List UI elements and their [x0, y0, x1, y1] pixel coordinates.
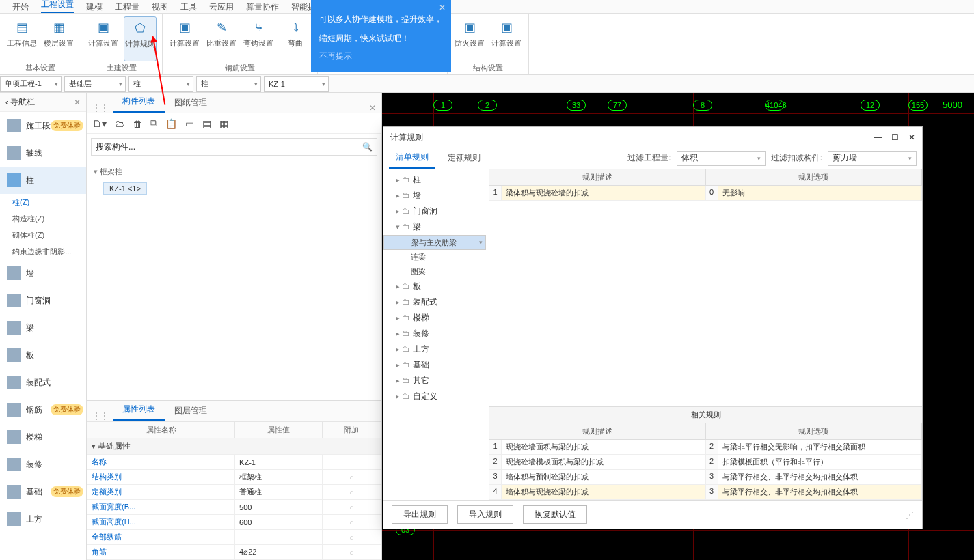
nav-slab[interactable]: 板: [0, 341, 86, 369]
tree-lianliang[interactable]: 连梁: [383, 250, 489, 264]
export-button[interactable]: 导出规则: [392, 505, 448, 524]
drag-icon2[interactable]: ⋮⋮: [92, 411, 109, 421]
related-rule-row[interactable]: 4墙体积与现浇砼梁的扣减3与梁平行相交、非平行相交均扣相交体积: [489, 485, 922, 500]
tree-finish[interactable]: 🗀装修: [383, 326, 489, 341]
tree-quanliang[interactable]: 圈梁: [383, 264, 489, 279]
nav-finish[interactable]: 装修: [0, 451, 86, 478]
nav-axis[interactable]: 轴线: [0, 139, 86, 167]
tab-props[interactable]: 属性列表: [113, 400, 165, 421]
btn-bend[interactable]: ⤵弯曲: [279, 16, 312, 61]
btn-project-info[interactable]: ▤工程信息: [5, 16, 38, 61]
tree-beam[interactable]: 🗀梁: [383, 219, 489, 235]
tab-project-settings[interactable]: 工程设置: [41, 0, 74, 13]
nav-arrow-icon[interactable]: ‹: [5, 98, 8, 107]
notify-dismiss[interactable]: 不再提示: [319, 51, 352, 61]
copy-icon[interactable]: ⧉: [150, 117, 157, 129]
tree-beam-main[interactable]: 梁与主次肋梁: [383, 235, 486, 250]
tree-slab[interactable]: 🗀板: [383, 279, 489, 294]
tree-earth[interactable]: 🗀土方: [383, 341, 489, 357]
tab-view[interactable]: 视图: [152, 1, 168, 13]
related-rule-row[interactable]: 2现浇砼墙模板面积与梁的扣减2扣梁模板面积（平行和非平行）: [489, 455, 922, 470]
drag-icon[interactable]: ⋮⋮: [92, 103, 109, 113]
list-icon[interactable]: ▤: [202, 118, 211, 129]
tab-list-rules[interactable]: 清单规则: [389, 148, 435, 169]
search-input[interactable]: 搜索构件...🔍: [91, 138, 377, 156]
close-icon[interactable]: ✕: [908, 132, 915, 142]
minimize-icon[interactable]: —: [874, 132, 882, 142]
filter2-label: 过滤扣减构件:: [771, 152, 822, 164]
grid-icon[interactable]: ▦: [219, 118, 228, 129]
tree-precast[interactable]: 🗀装配式: [383, 294, 489, 310]
btn-fire[interactable]: ▣防火设置: [453, 16, 486, 61]
tab-quota-rules[interactable]: 定额规则: [441, 148, 487, 168]
sub-yueshu[interactable]: 约束边缘非阴影...: [0, 243, 86, 260]
nav-construction[interactable]: 施工段免费体验: [0, 112, 86, 139]
tab-tools[interactable]: 工具: [180, 1, 197, 13]
tree-wall[interactable]: 🗀墙: [383, 188, 489, 204]
btn-floor-settings[interactable]: ▦楼层设置: [42, 16, 75, 61]
tree-stair[interactable]: 🗀楼梯: [383, 310, 489, 326]
filter1-select[interactable]: 体积: [677, 151, 766, 166]
nav-beam[interactable]: 梁: [0, 314, 86, 341]
tab-component-list[interactable]: 构件列表: [113, 92, 165, 113]
related-rule-row[interactable]: 1现浇砼墙面积与梁的扣减2与梁非平行相交无影响，扣平行相交梁面积: [489, 440, 922, 455]
tab-start[interactable]: 开始: [12, 1, 29, 13]
nav-door[interactable]: 门窗洞: [0, 287, 86, 314]
btn-calc2[interactable]: ▣计算设置: [490, 16, 523, 61]
nav-close-icon[interactable]: ✕: [74, 98, 81, 107]
tree-foundation[interactable]: 🗀基础: [383, 357, 489, 373]
sub-column-z[interactable]: 柱(Z): [0, 194, 86, 210]
tree-item-kz1[interactable]: KZ-1 <1>: [103, 182, 147, 195]
tree-root[interactable]: 框架柱: [94, 164, 375, 180]
nav-stair[interactable]: 楼梯: [0, 423, 86, 451]
sub-gouzao[interactable]: 构造柱(Z): [0, 210, 86, 227]
sel-member[interactable]: KZ-1: [264, 76, 329, 92]
nav-foundation[interactable]: 基础免费体验: [0, 478, 86, 505]
paste-icon[interactable]: 📋: [165, 118, 177, 129]
sel-cat2[interactable]: 柱: [196, 76, 261, 92]
btn-hook[interactable]: ⤷弯钩设置: [242, 16, 275, 61]
tree-column[interactable]: 🗀柱: [383, 172, 489, 188]
new-icon[interactable]: 🗋▾: [92, 118, 107, 129]
related-rule-row[interactable]: 3墙体积与预制砼梁的扣减3与梁平行相交、非平行相交均扣相交体积: [489, 470, 922, 485]
axis-label: 41043: [765, 100, 784, 111]
search-icon[interactable]: 🔍: [362, 142, 373, 152]
tab-drawing-mgr[interactable]: 图纸管理: [165, 93, 217, 113]
nav-column[interactable]: 柱: [0, 167, 86, 194]
layer-icon[interactable]: ▭: [185, 118, 194, 129]
prop-group[interactable]: ▾ 基础属性: [87, 438, 381, 455]
th-extra: 附加: [322, 422, 381, 438]
tree-other[interactable]: 🗀其它: [383, 373, 489, 389]
tree-door[interactable]: 🗀门窗洞: [383, 204, 489, 219]
nav-precast[interactable]: 装配式: [0, 369, 86, 396]
tab-modeling[interactable]: 建模: [86, 1, 103, 13]
nav-rebar[interactable]: 钢筋免费体验: [0, 396, 86, 423]
open-icon[interactable]: 🗁: [115, 118, 124, 129]
prop-val-name[interactable]: KZ-1: [235, 455, 323, 470]
sub-qiti[interactable]: 砌体柱(Z): [0, 227, 86, 243]
sel-project[interactable]: 单项工程-1: [0, 76, 62, 92]
resize-grip-icon[interactable]: ⋰: [906, 510, 914, 520]
restore-button[interactable]: 恢复默认值: [523, 505, 587, 524]
maximize-icon[interactable]: ☐: [891, 132, 899, 142]
nav-wall[interactable]: 墙: [0, 260, 86, 287]
nav-earth[interactable]: 土方: [0, 505, 86, 533]
btn-gj-calc[interactable]: ▣计算设置: [168, 16, 201, 61]
axis-label: 2: [478, 100, 497, 111]
tab-layers[interactable]: 图层管理: [165, 401, 217, 421]
prop-name-row: 名称: [87, 455, 235, 470]
rule-row[interactable]: 1 梁体积与现浇砼墙的扣减 0 无影响: [489, 186, 922, 201]
delete-icon[interactable]: 🗑: [133, 118, 142, 129]
btn-calc-settings[interactable]: ▣计算设置: [87, 16, 120, 61]
tree-custom[interactable]: 🗀自定义: [383, 389, 489, 404]
tab-quantity[interactable]: 工程量: [115, 1, 139, 13]
filter2-select[interactable]: 剪力墙: [828, 151, 917, 166]
midtab-close-icon[interactable]: ✕: [369, 103, 376, 113]
notify-text1: 可以多人协作建模啦，提升效率，: [319, 12, 443, 26]
sel-floor[interactable]: 基础层: [64, 76, 126, 92]
tab-collab[interactable]: 算量协作: [246, 1, 279, 13]
close-icon[interactable]: ✕: [439, 3, 446, 12]
tab-cloud[interactable]: 云应用: [209, 1, 234, 13]
import-button[interactable]: 导入规则: [457, 505, 513, 524]
btn-weight[interactable]: ✎比重设置: [205, 16, 238, 61]
